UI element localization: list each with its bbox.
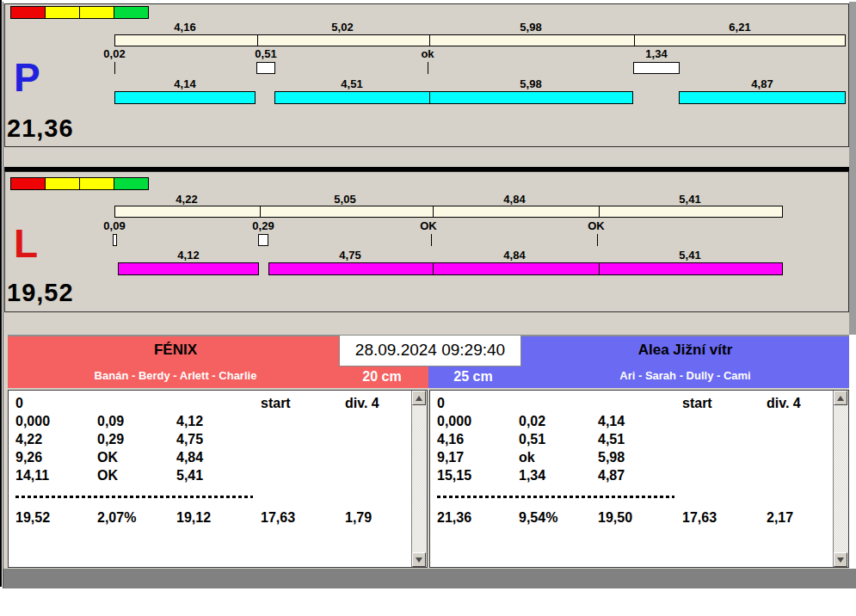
split-bar-divider bbox=[634, 35, 635, 46]
window-left-border bbox=[0, 0, 2, 587]
team-name-right: Alea Jižní vítr bbox=[521, 342, 849, 359]
lane-p-dog-bar-1 bbox=[114, 91, 256, 104]
scroll-down-icon bbox=[837, 557, 844, 563]
window-footer-strip bbox=[3, 569, 856, 588]
lane-p-changeover-box-4 bbox=[633, 62, 680, 74]
status-light-red bbox=[10, 177, 46, 190]
table-total-percent: 9,54% bbox=[519, 511, 557, 525]
table-cell: 0,000 bbox=[15, 415, 50, 428]
table-separator bbox=[437, 496, 674, 498]
table-total-start: 17,63 bbox=[682, 511, 717, 525]
scrollbar-right-table[interactable] bbox=[833, 391, 848, 567]
table-cell: 15,15 bbox=[437, 469, 471, 483]
scroll-up-button[interactable] bbox=[834, 391, 847, 405]
status-light-red bbox=[10, 6, 46, 19]
status-light-yellow-1 bbox=[45, 6, 80, 19]
lane-p-split-label-1: 4,16 bbox=[151, 21, 219, 34]
lane-l-changeover-tick-4 bbox=[597, 234, 598, 246]
scroll-up-icon bbox=[416, 396, 422, 401]
lane-p-dog-bar-4 bbox=[679, 91, 846, 104]
table-cell: 4,16 bbox=[437, 433, 464, 447]
split-bar-divider bbox=[429, 35, 430, 46]
table-cell: 4,75 bbox=[176, 433, 203, 447]
table-cell: 0,09 bbox=[97, 415, 124, 428]
lane-p-split-label-4: 6,21 bbox=[705, 21, 774, 34]
split-bar-divider bbox=[433, 206, 434, 217]
table-cell: 0,29 bbox=[97, 433, 124, 447]
table-cell: 0,000 bbox=[437, 415, 471, 428]
lane-l-dog-time-label-1: 4,12 bbox=[154, 249, 223, 262]
lane-l-split-label-2: 5,05 bbox=[311, 193, 379, 206]
table-cell: 0,51 bbox=[519, 433, 545, 447]
table-cell: 4,51 bbox=[598, 433, 625, 447]
lane-p-split-bar bbox=[114, 34, 846, 46]
table-header-div: div. 4 bbox=[767, 397, 801, 410]
team-name-left: FÉNIX bbox=[8, 342, 343, 359]
lane-l-dog-time-label-4: 5,41 bbox=[656, 249, 724, 262]
table-header-start: start bbox=[682, 397, 712, 410]
lane-l-split-label-4: 5,41 bbox=[656, 193, 724, 206]
table-total-div: 1,79 bbox=[345, 511, 372, 525]
lane-p-dog-time-label-3: 5,98 bbox=[496, 77, 565, 90]
results-table-right[interactable]: 0 start div. 4 0,000 0,02 4,14 4,16 0,51… bbox=[429, 390, 849, 568]
lane-p-dog-time-label-1: 4,14 bbox=[151, 77, 219, 90]
status-light-yellow-2 bbox=[79, 177, 114, 190]
lane-p-changeover-tick-1 bbox=[114, 62, 115, 74]
table-cell: 4,84 bbox=[176, 451, 203, 465]
table-cell: 1,34 bbox=[519, 469, 545, 483]
table-header-start: start bbox=[261, 397, 291, 410]
scroll-up-button[interactable] bbox=[412, 391, 426, 405]
lane-l-changeover-label-1: 0,09 bbox=[89, 219, 140, 232]
table-cell: 5,98 bbox=[598, 451, 625, 465]
status-light-yellow-2 bbox=[79, 6, 114, 19]
lane-l-changeover-label-4: OK bbox=[570, 219, 622, 232]
lane-p-panel: P 21,36 4,16 5,02 5,98 6,21 0,02 0,51 ok… bbox=[4, 3, 849, 147]
table-total-time: 21,36 bbox=[437, 511, 471, 525]
scrollbar-left-table[interactable] bbox=[411, 391, 427, 567]
lane-p-changeover-label-4: 1,34 bbox=[631, 47, 682, 60]
datetime-display: 28.09.2024 09:29:40 bbox=[339, 335, 521, 367]
table-total-net: 19,50 bbox=[598, 511, 632, 525]
results-table-left[interactable]: 0 start div. 4 0,000 0,09 4,12 4,22 0,29… bbox=[8, 390, 428, 568]
scroll-up-icon bbox=[837, 396, 844, 401]
table-cell: 4,14 bbox=[598, 415, 625, 428]
table-cell: 0,02 bbox=[519, 415, 545, 428]
window-left-border-inner bbox=[3, 2, 3, 588]
split-bar-divider bbox=[599, 206, 600, 217]
window-right-border bbox=[849, 2, 856, 335]
lane-l-changeover-label-3: OK bbox=[403, 219, 454, 232]
table-total-start: 17,63 bbox=[261, 511, 295, 525]
lane-l-dog-bar-1 bbox=[118, 262, 259, 275]
lane-l-split-label-1: 4,22 bbox=[152, 193, 221, 206]
lane-p-changeover-label-1: 0,02 bbox=[89, 47, 140, 60]
team-category-left: 20 cm bbox=[339, 369, 425, 385]
lane-l-changeover-tick-3 bbox=[431, 234, 432, 246]
split-bar-divider bbox=[257, 35, 258, 46]
lane-p-dog-bar-2-3 bbox=[274, 91, 633, 104]
lane-l-changeover-label-2: 0,29 bbox=[237, 219, 289, 232]
scroll-down-button[interactable] bbox=[834, 552, 847, 567]
table-header-lane: 0 bbox=[437, 397, 445, 410]
table-cell: 9,26 bbox=[15, 451, 42, 465]
status-light-green bbox=[114, 6, 149, 19]
lane-l-dog-time-label-2: 4,75 bbox=[316, 249, 385, 262]
lane-p-changeover-label-2: 0,51 bbox=[240, 47, 292, 60]
table-cell: OK bbox=[97, 451, 118, 465]
table-cell: 9,17 bbox=[437, 451, 464, 465]
lane-p-dog-time-label-4: 4,87 bbox=[728, 77, 797, 90]
table-cell: 14,11 bbox=[15, 469, 49, 483]
team-category-right: 25 cm bbox=[430, 369, 516, 385]
lane-p-total-time: 21,36 bbox=[7, 116, 74, 141]
dog-bar-divider bbox=[599, 263, 600, 274]
table-header-lane: 0 bbox=[15, 397, 23, 410]
table-cell: 5,41 bbox=[176, 469, 203, 483]
table-cell: 4,87 bbox=[598, 469, 625, 483]
table-cell: ok bbox=[519, 451, 535, 465]
scroll-down-button[interactable] bbox=[412, 552, 426, 567]
lane-l-split-bar bbox=[114, 206, 783, 218]
table-header-div: div. 4 bbox=[345, 397, 379, 410]
lane-p-split-label-3: 5,98 bbox=[496, 21, 565, 34]
table-total-div: 2,17 bbox=[767, 511, 793, 525]
lane-l-split-label-3: 4,84 bbox=[480, 193, 549, 206]
dog-bar-divider bbox=[433, 263, 434, 274]
